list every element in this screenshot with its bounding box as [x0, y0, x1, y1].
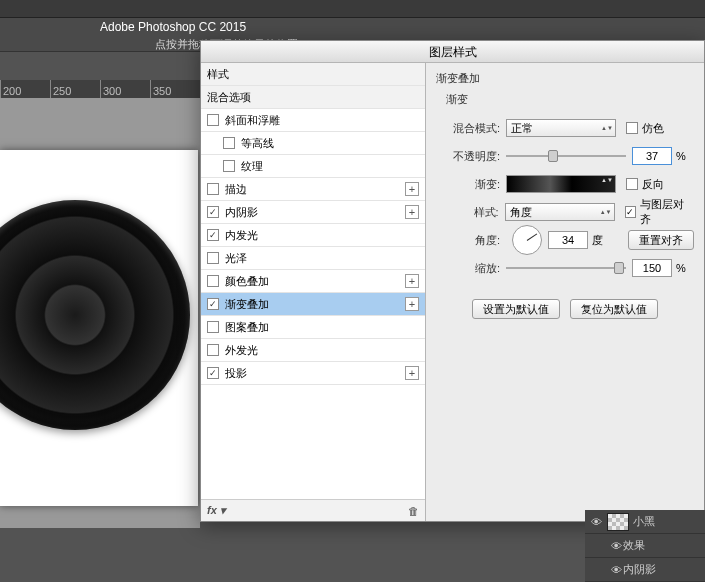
fx-menu-icon[interactable]: fx ▾ [207, 504, 226, 517]
visibility-icon[interactable]: 👁 [589, 516, 603, 528]
settings-panel: 渐变叠加 渐变 混合模式: 正常▲▼ 仿色 不透明度: 37 % 渐变: ▲▼ … [426, 63, 704, 521]
dither-label: 仿色 [642, 121, 664, 136]
gradient-picker[interactable]: ▲▼ [506, 175, 616, 193]
layer-style-dialog: 图层样式 样式 混合选项 斜面和浮雕 等高线 纹理 描边+ 内阴影+ 内发光 光… [200, 40, 705, 522]
visibility-icon[interactable]: 👁 [609, 540, 623, 552]
horizontal-ruler: 200250300350 [0, 80, 200, 98]
group-title: 渐变叠加 [436, 71, 694, 86]
menu-bar [0, 0, 705, 18]
scale-slider[interactable] [506, 261, 626, 275]
app-title: Adobe Photoshop CC 2015 [0, 18, 705, 36]
effect-name: 内阴影 [623, 562, 656, 577]
checkbox-icon[interactable] [223, 137, 235, 149]
style-inner-shadow[interactable]: 内阴影+ [201, 201, 425, 224]
make-default-button[interactable]: 设置为默认值 [472, 299, 560, 319]
opacity-label: 不透明度: [436, 149, 506, 164]
reverse-label: 反向 [642, 177, 664, 192]
style-bevel-emboss[interactable]: 斜面和浮雕 [201, 109, 425, 132]
plus-icon[interactable]: + [405, 366, 419, 380]
document-canvas[interactable] [0, 150, 198, 506]
checkbox-icon[interactable] [207, 206, 219, 218]
plus-icon[interactable]: + [405, 297, 419, 311]
scale-label: 缩放: [436, 261, 506, 276]
effects-label: 效果 [623, 538, 645, 553]
style-pattern-overlay[interactable]: 图案叠加 [201, 316, 425, 339]
style-satin[interactable]: 光泽 [201, 247, 425, 270]
trash-icon[interactable]: 🗑 [408, 505, 419, 517]
blend-mode-label: 混合模式: [436, 121, 506, 136]
blend-mode-select[interactable]: 正常▲▼ [506, 119, 616, 137]
degree-unit: 度 [592, 233, 603, 248]
knob-artwork [0, 200, 190, 430]
styles-footer: fx ▾ 🗑 [201, 499, 425, 521]
checkbox-icon[interactable] [207, 367, 219, 379]
checkbox-icon[interactable] [207, 321, 219, 333]
align-label: 与图层对齐 [640, 197, 694, 227]
visibility-icon[interactable]: 👁 [609, 564, 623, 576]
opacity-input[interactable]: 37 [632, 147, 672, 165]
style-inner-glow[interactable]: 内发光 [201, 224, 425, 247]
checkbox-icon[interactable] [207, 298, 219, 310]
layer-thumbnail[interactable] [607, 513, 629, 531]
layer-effects-row[interactable]: 👁 效果 [585, 534, 705, 558]
reverse-checkbox[interactable] [626, 178, 638, 190]
plus-icon[interactable]: + [405, 182, 419, 196]
align-checkbox[interactable] [625, 206, 637, 218]
gradient-label: 渐变: [436, 177, 506, 192]
style-contour[interactable]: 等高线 [201, 132, 425, 155]
checkbox-icon[interactable] [207, 344, 219, 356]
checkbox-icon[interactable] [207, 183, 219, 195]
reset-default-button[interactable]: 复位为默认值 [570, 299, 658, 319]
style-color-overlay[interactable]: 颜色叠加+ [201, 270, 425, 293]
checkbox-icon[interactable] [207, 114, 219, 126]
percent-unit: % [676, 262, 686, 274]
layer-effect-inner-shadow[interactable]: 👁 内阴影 [585, 558, 705, 582]
blending-options[interactable]: 混合选项 [201, 86, 425, 109]
plus-icon[interactable]: + [405, 205, 419, 219]
checkbox-icon[interactable] [207, 252, 219, 264]
dialog-title: 图层样式 [201, 41, 704, 63]
style-select[interactable]: 角度▲▼ [505, 203, 615, 221]
updown-icon: ▲▼ [601, 126, 613, 131]
checkbox-icon[interactable] [207, 275, 219, 287]
style-outer-glow[interactable]: 外发光 [201, 339, 425, 362]
dither-checkbox[interactable] [626, 122, 638, 134]
opacity-slider[interactable] [506, 149, 626, 163]
style-stroke[interactable]: 描边+ [201, 178, 425, 201]
plus-icon[interactable]: + [405, 274, 419, 288]
percent-unit: % [676, 150, 686, 162]
checkbox-icon[interactable] [223, 160, 235, 172]
subgroup-title: 渐变 [446, 92, 694, 107]
styles-header[interactable]: 样式 [201, 63, 425, 86]
style-label: 样式: [436, 205, 505, 220]
layers-panel-fragment: 👁 小黑 👁 效果 👁 内阴影 [585, 510, 705, 582]
checkbox-icon[interactable] [207, 229, 219, 241]
layer-row[interactable]: 👁 小黑 [585, 510, 705, 534]
angle-input[interactable]: 34 [548, 231, 588, 249]
layer-name[interactable]: 小黑 [633, 514, 655, 529]
scale-input[interactable]: 150 [632, 259, 672, 277]
styles-list: 样式 混合选项 斜面和浮雕 等高线 纹理 描边+ 内阴影+ 内发光 光泽 颜色叠… [201, 63, 426, 521]
angle-dial[interactable] [512, 225, 542, 255]
reset-alignment-button[interactable]: 重置对齐 [628, 230, 694, 250]
style-texture[interactable]: 纹理 [201, 155, 425, 178]
updown-icon: ▲▼ [601, 178, 613, 183]
updown-icon: ▲▼ [600, 210, 612, 215]
style-gradient-overlay[interactable]: 渐变叠加+ [201, 293, 425, 316]
angle-label: 角度: [436, 233, 506, 248]
style-drop-shadow[interactable]: 投影+ [201, 362, 425, 385]
